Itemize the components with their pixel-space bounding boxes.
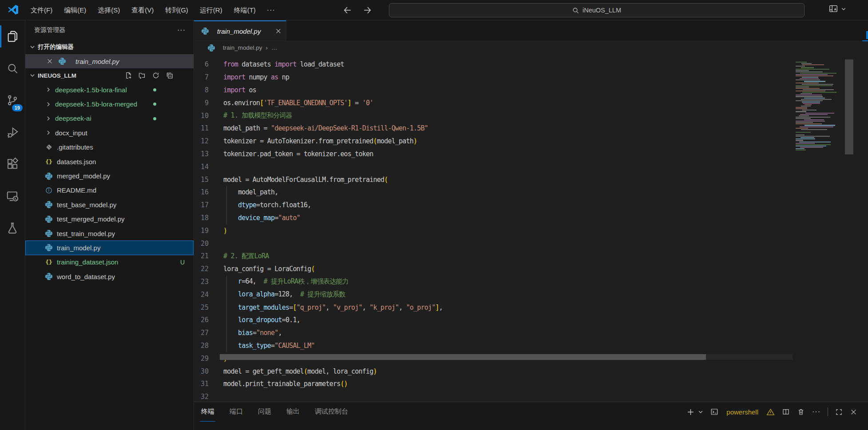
navigate-back-icon[interactable] (341, 4, 353, 16)
file-row[interactable]: docx_input (25, 126, 194, 140)
minimap-line (802, 84, 833, 85)
new-file-icon[interactable] (125, 72, 132, 79)
code-line: 9os.environ['TF_ENABLE_ONEDNN_OPTS'] = '… (194, 96, 868, 109)
file-row[interactable]: {}training_dataset.jsonU (25, 255, 194, 269)
panel-tab[interactable]: 端口 (229, 402, 244, 422)
menu-item[interactable]: 查看(V) (126, 0, 159, 20)
menu-item[interactable]: 转到(G) (159, 0, 194, 20)
minimap-line (796, 95, 822, 95)
code-text: tokenizer.pad_token = tokenizer.eos_toke… (223, 150, 373, 158)
file-row[interactable]: train_model.py (25, 241, 194, 255)
code-editor[interactable]: 6from datasets import load_dataset7impor… (194, 54, 868, 402)
tab-train-model[interactable]: train_model.py (194, 20, 286, 41)
collapse-all-icon[interactable] (166, 72, 173, 79)
project-root-header[interactable]: INEUOS_LLM (25, 68, 194, 83)
testing-icon[interactable] (0, 212, 25, 244)
file-row[interactable]: README.md (25, 183, 194, 197)
menu-item[interactable]: 选择(S) (92, 0, 126, 20)
line-number: 23 (194, 278, 223, 286)
maximize-panel-icon[interactable] (835, 408, 843, 416)
shell-selector[interactable]: powershell (726, 408, 758, 416)
breadcrumb-file[interactable]: train_model.py (223, 44, 262, 51)
file-tree: deepseek-1.5b-lora-finaldeepseek-1.5b-lo… (25, 83, 194, 284)
remote-explorer-icon[interactable] (0, 180, 25, 212)
file-row[interactable]: deepseek-1.5b-lora-merged (25, 97, 194, 111)
navigate-forward-icon[interactable] (361, 4, 374, 16)
line-number: 14 (194, 163, 223, 171)
customize-layout-icon[interactable] (828, 4, 838, 14)
panel-tab[interactable]: 终端 (200, 402, 215, 422)
code-line: 17 dtype=torch.float16, (194, 199, 868, 212)
minimap-line (805, 104, 812, 105)
file-row[interactable]: test_train_model.py (25, 226, 194, 241)
extensions-icon[interactable] (0, 148, 25, 180)
file-row[interactable]: .gitattributes (25, 140, 194, 154)
vertical-scrollbar-thumb[interactable] (845, 59, 853, 154)
open-editor-item[interactable]: train_model.py (25, 54, 194, 68)
code-text: tokenizer = AutoTokenizer.from_pretraine… (223, 137, 417, 145)
search-icon (572, 7, 579, 14)
refresh-icon[interactable] (152, 72, 159, 79)
python-file-icon (45, 244, 53, 251)
minimap-line (796, 71, 823, 72)
new-terminal-icon[interactable] (687, 408, 694, 416)
layout-dropdown-chevron-icon[interactable] (841, 6, 846, 12)
code-line: 24 lora_alpha=128, # 提升缩放系数 (194, 288, 868, 301)
terminal-dropdown-chevron-icon[interactable] (698, 409, 703, 414)
file-name: datasets.json (57, 158, 96, 166)
close-panel-icon[interactable] (850, 408, 857, 416)
source-control-icon[interactable]: 19 (0, 84, 25, 116)
code-text: lora_alpha=128, # 提升缩放系数 (223, 290, 345, 299)
code-line: 25 target_modules=["q_proj", "v_proj", "… (194, 301, 868, 314)
new-folder-icon[interactable] (139, 72, 146, 79)
horizontal-scrollbar-thumb[interactable] (220, 354, 706, 360)
kill-terminal-icon[interactable] (797, 408, 805, 416)
run-debug-icon[interactable] (0, 116, 25, 148)
panel-tab[interactable]: 输出 (285, 402, 301, 422)
file-row[interactable]: merged_model.py (25, 169, 194, 183)
project-root-name: INEUOS_LLM (38, 72, 76, 79)
split-terminal-icon[interactable] (782, 408, 790, 416)
code-line: 20 (194, 237, 868, 250)
panel-tab[interactable]: 调试控制台 (314, 402, 349, 422)
minimap-line (796, 62, 807, 63)
line-number: 29 (194, 355, 223, 363)
minimap[interactable] (795, 60, 844, 151)
open-editors-header[interactable]: 打开的编辑器 (25, 40, 194, 54)
explorer-icon[interactable] (0, 20, 25, 52)
minimap-line (796, 143, 815, 144)
search-view-icon[interactable] (0, 52, 25, 84)
explorer-actions-button[interactable]: ··· (177, 26, 186, 34)
minimap-line (796, 148, 805, 149)
menu-item[interactable]: 终端(T) (228, 0, 262, 20)
code-line: 8import os (194, 84, 868, 97)
panel-tab[interactable]: 问题 (257, 402, 272, 422)
minimap-line (799, 142, 831, 142)
file-row[interactable]: deepseek-1.5b-lora-final (25, 83, 194, 97)
panel-more-button[interactable]: ··· (812, 408, 820, 416)
menu-item[interactable]: 编辑(E) (58, 0, 92, 20)
minimap-line (796, 122, 813, 123)
info-file-icon (45, 187, 53, 194)
minimap-line (805, 113, 835, 114)
close-icon[interactable] (47, 58, 53, 64)
tab-bar: train_model.py (194, 20, 868, 41)
tab-close-icon[interactable] (275, 28, 281, 34)
warning-icon[interactable] (766, 408, 775, 416)
menu-item[interactable]: 文件(F) (25, 0, 58, 20)
file-row[interactable]: {}datasets.json (25, 154, 194, 169)
file-row[interactable]: word_to_dataset.py (25, 269, 194, 284)
file-row[interactable]: test_merged_model.py (25, 212, 194, 226)
sidebar-title: 资源管理器 (34, 26, 65, 34)
code-text: target_modules=["q_proj", "v_proj", "k_p… (223, 304, 443, 312)
menu-item[interactable]: 运行(R) (194, 0, 228, 20)
code-text: model.print_trainable_parameters() (223, 380, 348, 388)
file-row[interactable]: deepseek-ai (25, 111, 194, 126)
command-center-search[interactable]: iNeuOS_LLM (389, 3, 805, 17)
git-modified-dot (153, 103, 156, 106)
minimap-line (796, 91, 825, 91)
breadcrumb-more[interactable]: … (271, 44, 277, 51)
menu-more-button[interactable]: ··· (262, 6, 281, 14)
line-number: 27 (194, 329, 223, 337)
file-row[interactable]: test_base_model.py (25, 197, 194, 212)
